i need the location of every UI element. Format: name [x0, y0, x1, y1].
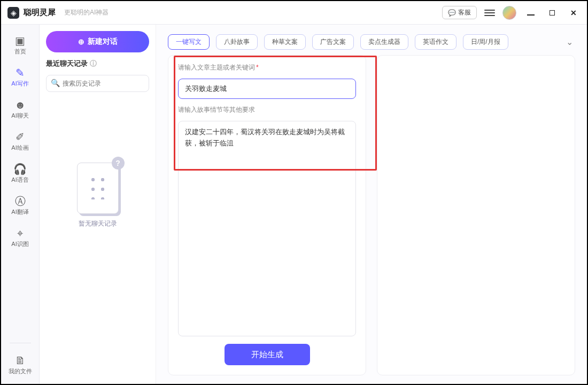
nav-label: AI绘画 — [11, 144, 28, 152]
input-form-panel: 请输入文章主题或者关键词* 请输入故事情节等其他要求 开始生成 — [168, 55, 366, 375]
category-chip-2[interactable]: 种草文案 — [264, 34, 306, 50]
history-search: 🔍 — [46, 75, 149, 92]
globe-icon: Ⓐ — [15, 196, 26, 206]
headphones-icon: 🎧 — [13, 164, 27, 174]
category-chip-0[interactable]: 一键写文 — [168, 34, 210, 50]
history-search-input[interactable] — [46, 75, 149, 92]
nav-label: AI语音 — [11, 176, 28, 184]
sidebar-nav: ▣ 首页 ✎ AI写作 ☻ AI聊天 ✐ AI绘画 🎧 AI语音 Ⓐ AI翻译 … — [1, 25, 40, 384]
empty-illustration: ? — [77, 163, 119, 214]
category-chip-6[interactable]: 日/周/月报 — [463, 34, 508, 50]
history-title: 最近聊天记录 ⓘ — [46, 59, 149, 68]
brush-icon: ✐ — [16, 132, 25, 142]
category-chip-3[interactable]: 广告文案 — [312, 34, 354, 50]
speech-icon: 💬 — [448, 9, 456, 17]
nav-vision[interactable]: ⌖ AI识图 — [4, 225, 36, 251]
support-label: 客服 — [458, 8, 471, 17]
nav-translate[interactable]: Ⓐ AI翻译 — [4, 192, 36, 219]
brand-logo-icon: ◈ — [7, 7, 19, 19]
image-icon: ⌖ — [17, 228, 23, 238]
nav-label: AI翻译 — [11, 208, 28, 216]
search-icon: 🔍 — [51, 79, 60, 87]
nav-my-files[interactable]: 🗎 我的文件 — [4, 352, 36, 379]
generate-button[interactable]: 开始生成 — [225, 344, 310, 365]
history-title-text: 最近聊天记录 — [46, 59, 88, 68]
divider — [10, 343, 31, 343]
topic-label: 请输入文章主题或者关键词* — [178, 63, 356, 72]
menu-button[interactable] — [484, 10, 495, 16]
category-chip-5[interactable]: 英语作文 — [415, 34, 457, 50]
nav-label: AI写作 — [11, 80, 28, 88]
brand-name: 聪明灵犀 — [24, 7, 56, 18]
topic-input[interactable] — [178, 79, 356, 99]
nav-label: 我的文件 — [9, 367, 32, 375]
avatar[interactable] — [502, 6, 516, 20]
nav-voice[interactable]: 🎧 AI语音 — [4, 160, 36, 187]
nav-write[interactable]: ✎ AI写作 — [4, 64, 36, 91]
feather-icon: ✎ — [16, 67, 25, 78]
cube-icon: ▣ — [15, 35, 25, 46]
nav-label: AI识图 — [11, 240, 28, 248]
expand-categories-button[interactable]: ⌄ — [566, 37, 575, 47]
file-icon: 🗎 — [15, 355, 26, 366]
detail-textarea[interactable] — [178, 121, 356, 336]
category-chip-1[interactable]: 八卦故事 — [216, 34, 258, 50]
new-chat-label: 新建对话 — [88, 37, 118, 47]
detail-label: 请输入故事情节等其他要求 — [178, 105, 356, 114]
question-icon: ? — [112, 157, 125, 170]
nav-home[interactable]: ▣ 首页 — [4, 32, 36, 59]
required-star: * — [256, 64, 259, 71]
history-column: ⊕ 新建对话 最近聊天记录 ⓘ 🔍 ? 暂无聊天记录 — [40, 25, 156, 384]
support-button[interactable]: 💬 客服 — [442, 6, 477, 19]
help-icon[interactable]: ⓘ — [90, 59, 97, 68]
plus-icon: ⊕ — [78, 37, 84, 46]
brand: ◈ 聪明灵犀 更聪明的AI神器 — [7, 7, 109, 19]
window-minimize-button[interactable] — [524, 9, 538, 17]
nav-draw[interactable]: ✐ AI绘画 — [4, 128, 36, 155]
window-maximize-button[interactable] — [545, 10, 559, 16]
nav-label: 首页 — [14, 48, 26, 56]
titlebar: ◈ 聪明灵犀 更聪明的AI神器 💬 客服 ✕ — [1, 1, 587, 25]
nav-label: AI聊天 — [11, 112, 28, 120]
category-row: 一键写文 八卦故事 种草文案 广告文案 卖点生成器 英语作文 日/周/月报 ⌄ — [156, 25, 587, 55]
new-chat-button[interactable]: ⊕ 新建对话 — [46, 31, 149, 52]
output-panel — [377, 55, 575, 375]
brand-subtitle: 更聪明的AI神器 — [64, 8, 109, 17]
main-area: 一键写文 八卦故事 种草文案 广告文案 卖点生成器 英语作文 日/周/月报 ⌄ … — [156, 25, 587, 384]
topic-label-text: 请输入文章主题或者关键词 — [178, 64, 255, 71]
empty-state: ? 暂无聊天记录 — [46, 163, 149, 228]
window-close-button[interactable]: ✕ — [567, 9, 581, 17]
chat-icon: ☻ — [14, 99, 26, 110]
category-chip-4[interactable]: 卖点生成器 — [360, 34, 408, 50]
empty-text: 暂无聊天记录 — [79, 219, 117, 228]
nav-chat[interactable]: ☻ AI聊天 — [4, 96, 36, 123]
